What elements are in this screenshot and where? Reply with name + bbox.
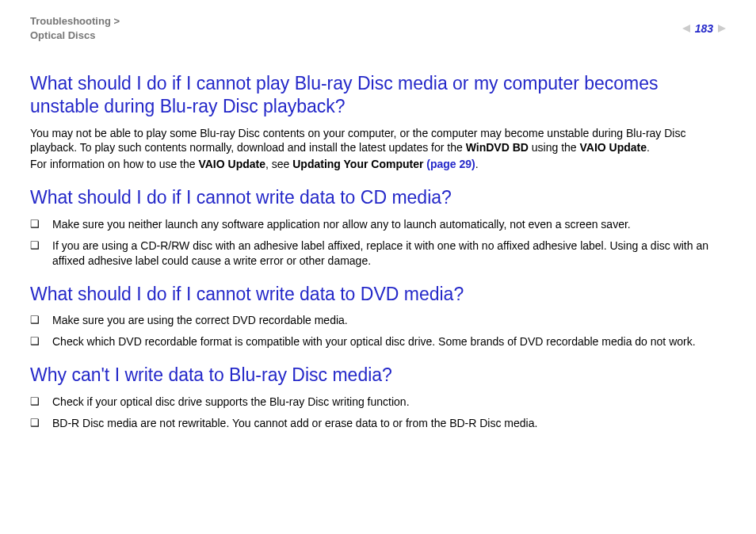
next-page-icon[interactable] (718, 25, 726, 32)
paragraph: For information on how to use the VAIO U… (30, 157, 726, 172)
list-item: Make sure you neither launch any softwar… (30, 217, 726, 232)
section-heading-bluray-write: Why can't I write data to Blu-ray Disc m… (30, 364, 726, 387)
section-heading-cd-write: What should I do if I cannot write data … (30, 186, 726, 209)
section-heading-dvd-write: What should I do if I cannot write data … (30, 283, 726, 306)
page-number: 183 (693, 22, 715, 35)
bullet-list: Make sure you neither launch any softwar… (30, 217, 726, 269)
list-item: BD-R Disc media are not rewritable. You … (30, 416, 726, 431)
bullet-list: Check if your optical disc drive support… (30, 395, 726, 431)
section-heading-bluray-play: What should I do if I cannot play Blu-ra… (30, 72, 726, 118)
list-item: Make sure you are using the correct DVD … (30, 313, 726, 328)
prev-page-icon[interactable] (682, 25, 690, 32)
breadcrumb: Troubleshooting > Optical Discs (30, 14, 120, 42)
bullet-list: Make sure you are using the correct DVD … (30, 313, 726, 349)
paragraph: You may not be able to play some Blu-ray… (30, 126, 726, 156)
breadcrumb-sub: Optical Discs (30, 29, 95, 41)
list-item: If you are using a CD-R/RW disc with an … (30, 238, 726, 269)
page-reference-link[interactable]: (page 29) (426, 158, 475, 170)
list-item: Check if your optical disc drive support… (30, 395, 726, 410)
page-header: Troubleshooting > Optical Discs 183 (30, 14, 726, 42)
breadcrumb-top: Troubleshooting > (30, 15, 120, 27)
list-item: Check which DVD recordable format is com… (30, 334, 726, 349)
pager: 183 (682, 14, 726, 35)
